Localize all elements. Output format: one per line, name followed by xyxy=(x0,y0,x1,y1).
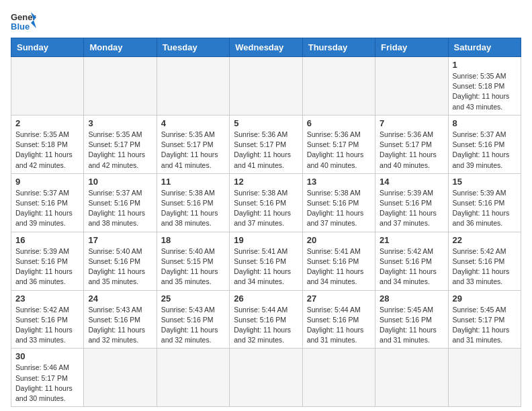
sunrise-text: Sunrise: 5:42 AM xyxy=(15,306,69,314)
calendar-cell: 25Sunrise: 5:43 AMSunset: 5:16 PMDayligh… xyxy=(157,290,229,349)
sunrise-text: Sunrise: 5:37 AM xyxy=(88,189,142,197)
svg-text:General: General xyxy=(11,12,36,22)
sunset-text: Sunset: 5:16 PM xyxy=(15,199,68,207)
sunrise-text: Sunrise: 5:35 AM xyxy=(161,130,215,138)
calendar-cell: 30Sunrise: 5:46 AMSunset: 5:17 PMDayligh… xyxy=(11,349,84,407)
weekday-header: Wednesday xyxy=(230,38,302,57)
sunrise-text: Sunrise: 5:46 AM xyxy=(15,363,69,371)
day-number: 13 xyxy=(307,177,371,187)
sunrise-text: Sunrise: 5:37 AM xyxy=(453,130,506,138)
day-number: 21 xyxy=(380,235,443,245)
daylight-text: Daylight: 11 hours and 38 minutes. xyxy=(88,209,145,227)
day-info: Sunrise: 5:42 AMSunset: 5:16 PMDaylight:… xyxy=(453,246,517,287)
sunrise-text: Sunrise: 5:44 AM xyxy=(234,306,287,314)
calendar-cell xyxy=(157,349,229,407)
weekday-header: Monday xyxy=(84,38,157,57)
calendar-cell: 27Sunrise: 5:44 AMSunset: 5:16 PMDayligh… xyxy=(302,290,375,349)
day-number: 30 xyxy=(15,351,79,361)
sunset-text: Sunset: 5:16 PM xyxy=(88,316,140,324)
daylight-text: Daylight: 11 hours and 33 minutes. xyxy=(453,267,510,285)
logo-icon: General Blue xyxy=(11,11,36,32)
day-info: Sunrise: 5:36 AMSunset: 5:17 PMDaylight:… xyxy=(307,130,371,171)
calendar-cell xyxy=(230,57,302,116)
daylight-text: Daylight: 11 hours and 32 minutes. xyxy=(234,326,291,344)
daylight-text: Daylight: 11 hours and 39 minutes. xyxy=(453,150,510,169)
daylight-text: Daylight: 11 hours and 36 minutes. xyxy=(15,267,73,285)
day-info: Sunrise: 5:44 AMSunset: 5:16 PMDaylight:… xyxy=(307,305,371,346)
daylight-text: Daylight: 11 hours and 35 minutes. xyxy=(88,267,145,285)
page-header: General Blue xyxy=(11,11,521,32)
sunrise-text: Sunrise: 5:35 AM xyxy=(453,72,506,80)
sunset-text: Sunset: 5:16 PM xyxy=(88,257,140,265)
sunset-text: Sunset: 5:16 PM xyxy=(234,316,286,324)
calendar-cell: 3Sunrise: 5:35 AMSunset: 5:17 PMDaylight… xyxy=(84,115,157,173)
day-number: 24 xyxy=(88,293,152,304)
sunset-text: Sunset: 5:18 PM xyxy=(453,82,505,90)
calendar-cell: 24Sunrise: 5:43 AMSunset: 5:16 PMDayligh… xyxy=(84,290,157,349)
sunrise-text: Sunrise: 5:36 AM xyxy=(380,130,433,138)
day-info: Sunrise: 5:40 AMSunset: 5:15 PMDaylight:… xyxy=(161,246,225,287)
calendar-cell: 23Sunrise: 5:42 AMSunset: 5:16 PMDayligh… xyxy=(11,290,84,349)
weekday-row: SundayMondayTuesdayWednesdayThursdayFrid… xyxy=(11,38,521,57)
sunset-text: Sunset: 5:16 PM xyxy=(380,199,432,207)
day-number: 2 xyxy=(15,118,79,128)
day-info: Sunrise: 5:46 AMSunset: 5:17 PMDaylight:… xyxy=(15,363,79,404)
daylight-text: Daylight: 11 hours and 32 minutes. xyxy=(161,326,218,344)
day-number: 19 xyxy=(234,235,298,245)
day-info: Sunrise: 5:35 AMSunset: 5:17 PMDaylight:… xyxy=(88,130,152,171)
sunrise-text: Sunrise: 5:42 AM xyxy=(453,247,506,255)
day-info: Sunrise: 5:38 AMSunset: 5:16 PMDaylight:… xyxy=(307,188,371,229)
day-number: 27 xyxy=(307,293,371,304)
daylight-text: Daylight: 11 hours and 41 minutes. xyxy=(161,150,218,169)
sunset-text: Sunset: 5:16 PM xyxy=(15,316,68,324)
calendar-body: 1Sunrise: 5:35 AMSunset: 5:18 PMDaylight… xyxy=(11,57,521,407)
sunrise-text: Sunrise: 5:41 AM xyxy=(234,247,287,255)
sunrise-text: Sunrise: 5:38 AM xyxy=(234,189,287,197)
calendar-cell: 16Sunrise: 5:39 AMSunset: 5:16 PMDayligh… xyxy=(11,232,84,290)
sunset-text: Sunset: 5:17 PM xyxy=(380,140,432,148)
daylight-text: Daylight: 11 hours and 37 minutes. xyxy=(307,209,364,227)
daylight-text: Daylight: 11 hours and 41 minutes. xyxy=(234,150,291,169)
calendar-cell: 5Sunrise: 5:36 AMSunset: 5:17 PMDaylight… xyxy=(230,115,302,173)
sunrise-text: Sunrise: 5:45 AM xyxy=(380,306,433,314)
calendar-cell: 6Sunrise: 5:36 AMSunset: 5:17 PMDaylight… xyxy=(302,115,375,173)
calendar-week-row: 9Sunrise: 5:37 AMSunset: 5:16 PMDaylight… xyxy=(11,173,521,232)
calendar-week-row: 2Sunrise: 5:35 AMSunset: 5:18 PMDaylight… xyxy=(11,115,521,173)
day-number: 6 xyxy=(307,118,371,128)
sunrise-text: Sunrise: 5:39 AM xyxy=(453,189,506,197)
day-info: Sunrise: 5:35 AMSunset: 5:18 PMDaylight:… xyxy=(453,71,517,112)
daylight-text: Daylight: 11 hours and 36 minutes. xyxy=(453,209,510,227)
sunset-text: Sunset: 5:16 PM xyxy=(453,199,505,207)
calendar-cell: 17Sunrise: 5:40 AMSunset: 5:16 PMDayligh… xyxy=(84,232,157,290)
day-number: 3 xyxy=(88,118,152,128)
calendar-cell: 22Sunrise: 5:42 AMSunset: 5:16 PMDayligh… xyxy=(448,232,521,290)
sunrise-text: Sunrise: 5:39 AM xyxy=(15,247,69,255)
day-number: 11 xyxy=(161,177,225,187)
sunrise-text: Sunrise: 5:43 AM xyxy=(88,306,142,314)
sunset-text: Sunset: 5:16 PM xyxy=(15,257,68,265)
sunrise-text: Sunrise: 5:35 AM xyxy=(15,130,69,138)
daylight-text: Daylight: 11 hours and 43 minutes. xyxy=(453,92,510,110)
calendar-cell xyxy=(84,349,157,407)
sunset-text: Sunset: 5:16 PM xyxy=(161,316,214,324)
daylight-text: Daylight: 11 hours and 37 minutes. xyxy=(234,209,291,227)
sunrise-text: Sunrise: 5:38 AM xyxy=(307,189,361,197)
weekday-header: Sunday xyxy=(11,38,84,57)
day-number: 7 xyxy=(380,118,443,128)
calendar-header: SundayMondayTuesdayWednesdayThursdayFrid… xyxy=(11,38,521,57)
sunset-text: Sunset: 5:16 PM xyxy=(453,140,505,148)
day-info: Sunrise: 5:35 AMSunset: 5:18 PMDaylight:… xyxy=(15,130,79,171)
day-info: Sunrise: 5:43 AMSunset: 5:16 PMDaylight:… xyxy=(161,305,225,346)
day-number: 17 xyxy=(88,235,152,245)
day-info: Sunrise: 5:38 AMSunset: 5:16 PMDaylight:… xyxy=(161,188,225,229)
day-number: 9 xyxy=(15,177,79,187)
day-number: 22 xyxy=(453,235,517,245)
daylight-text: Daylight: 11 hours and 37 minutes. xyxy=(380,209,437,227)
day-info: Sunrise: 5:42 AMSunset: 5:16 PMDaylight:… xyxy=(380,246,443,287)
calendar-cell: 21Sunrise: 5:42 AMSunset: 5:16 PMDayligh… xyxy=(375,232,448,290)
day-info: Sunrise: 5:40 AMSunset: 5:16 PMDaylight:… xyxy=(88,246,152,287)
day-number: 5 xyxy=(234,118,298,128)
daylight-text: Daylight: 11 hours and 31 minutes. xyxy=(380,326,437,344)
sunset-text: Sunset: 5:17 PM xyxy=(307,140,359,148)
calendar-cell: 7Sunrise: 5:36 AMSunset: 5:17 PMDaylight… xyxy=(375,115,448,173)
